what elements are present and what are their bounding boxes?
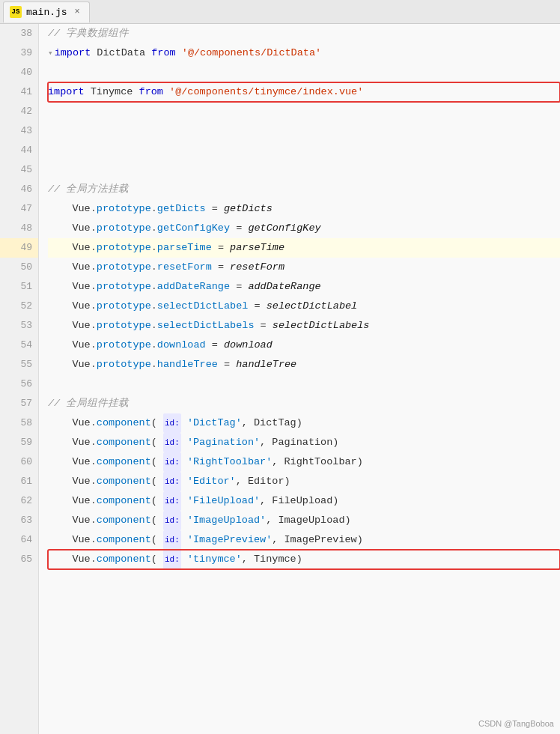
token-prop: component bbox=[97, 452, 151, 472]
token-prop: parseTime bbox=[157, 238, 212, 258]
token-italic-val: parseTime bbox=[230, 238, 284, 258]
token-prop: prototype bbox=[97, 316, 151, 336]
token-normal bbox=[181, 472, 187, 491]
token-normal: Vue bbox=[72, 297, 90, 316]
token-prop: component bbox=[97, 491, 151, 511]
token-normal: = bbox=[248, 297, 266, 316]
token-string-blue: 'tinymce' bbox=[187, 550, 242, 569]
token-dot: . bbox=[151, 336, 157, 355]
line-number: 42 bbox=[0, 102, 38, 121]
line-number: 46 bbox=[0, 180, 38, 199]
code-line: Vue.prototype.getDicts = getDicts bbox=[48, 199, 560, 219]
token-kw: import bbox=[55, 43, 97, 63]
token-italic-val: getDicts bbox=[224, 199, 273, 219]
token-dot: . bbox=[91, 491, 97, 511]
token-string-blue: 'DictTag' bbox=[187, 413, 242, 433]
token-string: '@/components/tinymce/index.vue' bbox=[169, 82, 363, 102]
line-number: 64 bbox=[0, 530, 38, 550]
tab-close-icon[interactable]: × bbox=[75, 7, 80, 17]
token-string-blue: 'ImageUpload' bbox=[187, 511, 266, 530]
token-normal bbox=[181, 530, 187, 550]
token-normal: Vue bbox=[72, 258, 90, 277]
code-line: Vue.component( id: 'RightToolbar', Right… bbox=[48, 452, 560, 472]
token-prop: handleTree bbox=[157, 355, 218, 374]
code-line: Vue.component( id: 'Editor', Editor) bbox=[48, 472, 560, 491]
token-normal bbox=[181, 413, 187, 433]
token-normal: Vue bbox=[72, 452, 90, 472]
line-number: 49 bbox=[0, 238, 38, 258]
token-normal: Tinymce bbox=[91, 82, 139, 102]
code-line: Vue.prototype.addDateRange = addDateRang… bbox=[48, 277, 560, 297]
token-dot: . bbox=[91, 219, 97, 238]
tab-label: main.js bbox=[26, 7, 67, 18]
token-normal: ( bbox=[151, 491, 163, 511]
token-id-kw: id: bbox=[163, 433, 181, 452]
token-normal bbox=[181, 511, 187, 530]
token-normal: ( bbox=[151, 452, 163, 472]
token-dot: . bbox=[91, 336, 97, 355]
token-italic-val: getConfigKey bbox=[248, 219, 320, 238]
line-number: 45 bbox=[0, 160, 38, 180]
line-number: 53 bbox=[0, 316, 38, 336]
code-line bbox=[48, 102, 560, 121]
token-comment: // 全局方法挂载 bbox=[48, 180, 129, 199]
token-prop: getConfigKey bbox=[157, 219, 230, 238]
token-dot: . bbox=[91, 511, 97, 530]
code-line: Vue.prototype.getConfigKey = getConfigKe… bbox=[48, 219, 560, 238]
code-line: Vue.component( id: 'tinymce', Tinymce) bbox=[48, 550, 560, 569]
main-js-tab[interactable]: JS main.js × bbox=[3, 1, 90, 22]
token-comment: // 全局组件挂载 bbox=[48, 394, 129, 413]
code-line: Vue.prototype.selectDictLabel = selectDi… bbox=[48, 297, 560, 316]
token-dot: . bbox=[151, 199, 157, 219]
token-normal: , FileUpload) bbox=[260, 491, 338, 511]
token-normal: , RightToolbar) bbox=[272, 452, 363, 472]
token-dot: . bbox=[151, 219, 157, 238]
line-number: 63 bbox=[0, 511, 38, 530]
token-dot: . bbox=[91, 472, 97, 491]
line-number: 61 bbox=[0, 472, 38, 491]
token-normal: , Pagination) bbox=[260, 433, 338, 452]
token-italic-val: download bbox=[224, 336, 273, 355]
line-number: 50 bbox=[0, 258, 38, 277]
token-normal: Vue bbox=[72, 355, 90, 374]
token-dot: . bbox=[91, 297, 97, 316]
token-italic-val: selectDictLabel bbox=[267, 297, 358, 316]
code-line: // 字典数据组件 bbox=[48, 24, 560, 43]
token-id-kw: id: bbox=[163, 530, 181, 550]
token-normal: = bbox=[212, 258, 230, 277]
line-number: 55 bbox=[0, 355, 38, 374]
token-normal: , Editor) bbox=[236, 472, 290, 491]
token-normal: Vue bbox=[72, 530, 90, 550]
code-line bbox=[48, 160, 560, 180]
token-normal: Vue bbox=[72, 550, 90, 569]
line-number: 44 bbox=[0, 141, 38, 160]
token-id-kw: id: bbox=[163, 511, 181, 530]
code-line bbox=[48, 141, 560, 160]
token-normal: , ImagePreview) bbox=[272, 530, 363, 550]
code-line: Vue.component( id: 'DictTag', DictTag) bbox=[48, 413, 560, 433]
token-id-kw: id: bbox=[163, 472, 181, 491]
token-prop: prototype bbox=[97, 297, 151, 316]
line-number: 43 bbox=[0, 121, 38, 141]
token-normal: = bbox=[254, 316, 272, 336]
line-number: 47 bbox=[0, 199, 38, 219]
token-prop: component bbox=[97, 433, 151, 452]
token-dot: . bbox=[91, 277, 97, 297]
token-string-blue: 'Editor' bbox=[187, 472, 236, 491]
token-italic-val: handleTree bbox=[236, 355, 296, 374]
collapse-icon[interactable]: ▾ bbox=[48, 43, 53, 63]
token-normal: Vue bbox=[72, 316, 90, 336]
line-number: 56 bbox=[0, 374, 38, 394]
line-number: 39 bbox=[0, 43, 38, 63]
token-normal: Vue bbox=[72, 472, 90, 491]
token-normal: Vue bbox=[72, 277, 90, 297]
token-prop: component bbox=[97, 530, 151, 550]
token-normal: ( bbox=[151, 433, 163, 452]
token-prop: prototype bbox=[97, 219, 151, 238]
token-normal: = bbox=[230, 219, 248, 238]
token-prop: download bbox=[157, 336, 206, 355]
line-number: 48 bbox=[0, 219, 38, 238]
token-kw: from bbox=[151, 43, 182, 63]
token-normal: Vue bbox=[72, 511, 90, 530]
line-number: 52 bbox=[0, 297, 38, 316]
